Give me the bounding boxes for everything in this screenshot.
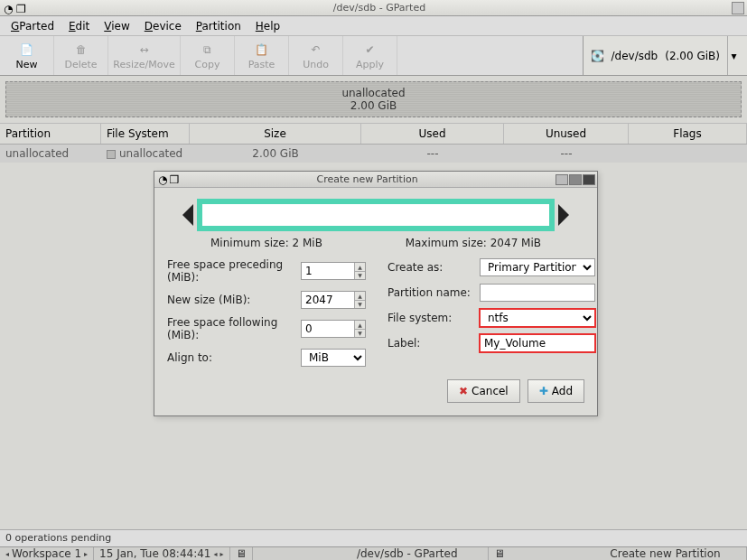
window-title: /dev/sdb - GParted <box>27 2 732 14</box>
paste-button: 📋 Paste <box>235 36 289 75</box>
create-as-select[interactable]: Primary Partition <box>480 258 595 276</box>
new-size-label: New size (MiB): <box>167 294 294 306</box>
spin-up-icon[interactable]: ▲ <box>354 292 365 301</box>
window-minimize-button[interactable] <box>732 2 744 14</box>
dialog-title: Create new Partition <box>179 173 556 185</box>
preview-label: unallocated <box>341 87 405 99</box>
align-to-label: Align to: <box>167 351 294 364</box>
apply-icon: ✔ <box>360 42 380 58</box>
menu-edit[interactable]: Edit <box>61 18 97 34</box>
col-filesystem[interactable]: File System <box>101 124 190 144</box>
new-button[interactable]: 📄 New <box>0 36 54 75</box>
dialog-minimize-button[interactable] <box>556 174 568 185</box>
taskbar-task-icon[interactable]: 🖥 <box>489 547 510 560</box>
wm-restore-icon[interactable]: ❐ <box>167 173 179 186</box>
device-size: (2.00 GiB) <box>665 50 720 62</box>
cancel-icon: ✖ <box>459 385 468 397</box>
wm-menu-icon[interactable]: ◔ <box>154 173 167 186</box>
copy-icon: ⧉ <box>198 42 218 58</box>
dialog-maximize-button[interactable] <box>569 174 582 185</box>
toolbar: 📄 New 🗑 Delete ↔ Resize/Move ⧉ Copy 📋 Pa… <box>0 36 747 76</box>
paste-icon: 📋 <box>252 42 272 58</box>
menubar: GParted Edit View Device Partition Help <box>0 16 747 36</box>
col-unused[interactable]: Unused <box>504 124 629 144</box>
taskbar: ◂ Workspace 1 ▸ 15 Jan, Tue 08:44:41 ◂▸ … <box>0 546 747 560</box>
fs-swatch-icon <box>107 150 116 159</box>
wm-menu-icon[interactable]: ◔ <box>4 3 14 14</box>
resize-handle-right[interactable] <box>558 204 569 226</box>
apply-button: ✔ Apply <box>343 36 397 75</box>
dialog-close-button[interactable] <box>583 174 595 185</box>
spin-up-icon[interactable]: ▲ <box>354 321 365 330</box>
resize-icon: ↔ <box>135 42 154 58</box>
partition-preview[interactable]: unallocated 2.00 GiB <box>5 81 742 117</box>
maximum-size-label: Maximum size: 2047 MiB <box>406 237 541 249</box>
device-selector[interactable]: 💽 /dev/sdb (2.00 GiB) ▾ <box>583 36 747 75</box>
create-as-label: Create as: <box>388 261 472 274</box>
spin-down-icon[interactable]: ▼ <box>354 330 365 338</box>
cancel-button[interactable]: ✖Cancel <box>447 379 520 403</box>
wm-restore-icon[interactable]: ❐ <box>16 3 27 14</box>
add-button[interactable]: ✚Add <box>528 379 584 403</box>
add-icon: ✚ <box>539 385 548 397</box>
workspace-switcher[interactable]: ◂ Workspace 1 ▸ <box>0 547 94 560</box>
dialog-titlebar: ◔ ❐ Create new Partition <box>154 172 597 188</box>
col-partition[interactable]: Partition <box>0 124 101 144</box>
delete-button: 🗑 Delete <box>54 36 108 75</box>
label-input[interactable] <box>480 334 595 352</box>
menu-help[interactable]: Help <box>248 18 287 34</box>
create-partition-dialog: ◔ ❐ Create new Partition Minimum size: 2… <box>154 171 598 416</box>
copy-button: ⧉ Copy <box>181 36 235 75</box>
document-new-icon: 📄 <box>17 42 37 58</box>
align-to-select[interactable]: MiB <box>301 349 366 367</box>
taskbar-task[interactable]: /dev/sdb - GParted <box>326 547 489 560</box>
taskbar-clock: 15 Jan, Tue 08:44:41 ◂▸ <box>94 547 229 560</box>
minimum-size-label: Minimum size: 2 MiB <box>210 237 322 249</box>
spin-up-icon[interactable]: ▲ <box>354 263 365 272</box>
col-flags[interactable]: Flags <box>629 124 747 144</box>
free-preceding-label: Free space preceding (MiB): <box>167 258 294 284</box>
undo-icon: ↶ <box>306 42 326 58</box>
menu-view[interactable]: View <box>97 18 136 34</box>
filesystem-select[interactable]: ntfs <box>480 309 595 327</box>
trash-icon: 🗑 <box>71 42 91 58</box>
partition-name-input[interactable] <box>480 284 595 302</box>
filesystem-label: File system: <box>388 312 472 324</box>
chevron-down-icon: ▾ <box>727 36 740 75</box>
menu-gparted[interactable]: GParted <box>4 18 61 34</box>
col-used[interactable]: Used <box>361 124 504 144</box>
resize-handle-left[interactable] <box>182 204 193 226</box>
window-titlebar: ◔ ❐ /dev/sdb - GParted <box>0 0 747 16</box>
device-path: /dev/sdb <box>612 50 658 62</box>
status-bar: 0 operations pending <box>0 529 747 546</box>
spin-down-icon[interactable]: ▼ <box>354 272 365 280</box>
show-desktop-icon[interactable]: 🖥 <box>230 547 253 560</box>
spin-down-icon[interactable]: ▼ <box>354 301 365 309</box>
partition-size-visualizer[interactable] <box>197 199 555 231</box>
partition-table-header: Partition File System Size Used Unused F… <box>0 123 747 145</box>
free-following-label: Free space following (MiB): <box>167 316 294 341</box>
taskbar-task[interactable]: Create new Partition <box>584 547 747 560</box>
menu-partition[interactable]: Partition <box>189 18 248 34</box>
preview-size: 2.00 GiB <box>350 99 397 112</box>
undo-button: ↶ Undo <box>289 36 343 75</box>
col-size[interactable]: Size <box>190 124 361 144</box>
menu-device[interactable]: Device <box>137 18 189 34</box>
drive-icon: 💽 <box>591 50 604 62</box>
partition-name-label: Partition name: <box>388 286 472 299</box>
table-row[interactable]: unallocated unallocated 2.00 GiB --- --- <box>0 145 747 163</box>
resize-button: ↔ Resize/Move <box>108 36 181 75</box>
label-label: Label: <box>388 337 472 350</box>
